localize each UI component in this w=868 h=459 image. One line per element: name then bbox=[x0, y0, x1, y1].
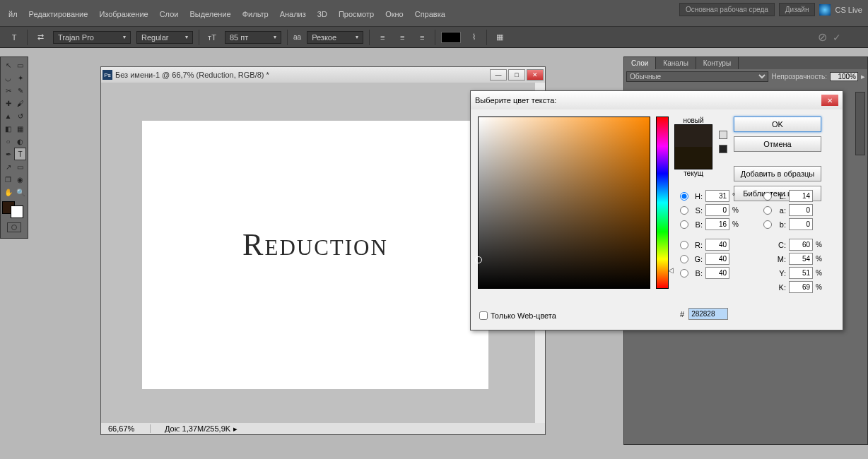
s-radio[interactable] bbox=[680, 206, 688, 215]
quick-mask-toggle[interactable] bbox=[7, 222, 21, 232]
a-field[interactable] bbox=[789, 204, 813, 216]
warp-text-icon[interactable]: ⌇ bbox=[467, 30, 481, 44]
font-size-field[interactable]: 85 пт▾ bbox=[225, 31, 281, 44]
path-tool[interactable]: ↗ bbox=[2, 160, 14, 173]
menu-help[interactable]: Справка bbox=[409, 8, 451, 20]
align-left-icon[interactable]: ≡ bbox=[375, 30, 389, 44]
color-swatches[interactable] bbox=[2, 201, 26, 218]
tab-channels[interactable]: Каналы bbox=[656, 57, 696, 69]
blur-tool[interactable]: ○ bbox=[2, 135, 14, 148]
hue-arrow[interactable]: ◁ bbox=[668, 266, 674, 274]
3d-camera-tool[interactable]: ◉ bbox=[14, 173, 26, 186]
r-field[interactable] bbox=[705, 239, 729, 251]
color-cursor[interactable] bbox=[475, 256, 482, 263]
menu-view[interactable]: Просмотр bbox=[333, 8, 380, 20]
menu-file[interactable]: йл bbox=[3, 8, 23, 20]
l-field[interactable] bbox=[789, 190, 813, 202]
h-field[interactable] bbox=[705, 190, 729, 202]
eyedropper-tool[interactable]: ✎ bbox=[14, 84, 26, 97]
websafe-warning-icon[interactable] bbox=[719, 145, 727, 153]
menu-window[interactable]: Окно bbox=[380, 8, 409, 20]
canvas[interactable]: Reduction bbox=[142, 121, 488, 389]
align-center-icon[interactable]: ≡ bbox=[395, 30, 409, 44]
zoom-level[interactable]: 66,67% bbox=[101, 424, 151, 433]
maximize-button[interactable]: □ bbox=[508, 69, 525, 81]
type-tool[interactable]: T bbox=[14, 148, 26, 160]
heal-tool[interactable]: ✚ bbox=[2, 97, 14, 109]
menu-select[interactable]: Выделение bbox=[184, 8, 236, 20]
3d-tool[interactable]: ❐ bbox=[2, 173, 14, 186]
hue-slider[interactable]: ◁ bbox=[656, 117, 669, 289]
c-field[interactable] bbox=[789, 239, 813, 251]
blend-mode-select[interactable]: Обычные bbox=[626, 71, 768, 82]
menu-layers[interactable]: Слои bbox=[154, 8, 184, 20]
tab-layers[interactable]: Слои bbox=[624, 57, 656, 69]
opacity-field[interactable]: 100% bbox=[830, 72, 858, 81]
g-field[interactable] bbox=[705, 253, 729, 265]
text-tool-preset-icon[interactable]: T bbox=[7, 30, 21, 44]
dialog-close-button[interactable]: ✕ bbox=[821, 95, 838, 106]
minimize-button[interactable]: — bbox=[490, 69, 507, 81]
cancel-button[interactable]: Отмена bbox=[734, 136, 821, 152]
hex-field[interactable] bbox=[688, 308, 728, 320]
lab-b-field[interactable] bbox=[789, 218, 813, 230]
text-orientation-icon[interactable]: ⇄ bbox=[33, 30, 47, 44]
antialias-field[interactable]: Резкое▾ bbox=[307, 31, 363, 44]
menu-3d[interactable]: 3D bbox=[312, 8, 333, 20]
hand-tool[interactable]: ✋ bbox=[2, 186, 14, 198]
cancel-edits-icon[interactable]: ⊘ bbox=[818, 30, 827, 44]
eraser-tool[interactable]: ◧ bbox=[2, 122, 14, 135]
wand-tool[interactable]: ✦ bbox=[14, 71, 26, 84]
r-radio[interactable] bbox=[680, 241, 688, 249]
menu-analysis[interactable]: Анализ bbox=[274, 8, 312, 20]
web-only-checkbox[interactable] bbox=[479, 311, 488, 320]
collapsed-panel-strip[interactable] bbox=[855, 92, 865, 155]
lab-b-radio[interactable] bbox=[763, 220, 772, 229]
menu-image[interactable]: Изображение bbox=[93, 8, 153, 20]
color-field[interactable] bbox=[478, 117, 650, 289]
a-radio[interactable] bbox=[763, 206, 772, 215]
bv-field[interactable] bbox=[705, 218, 729, 230]
text-color-swatch[interactable] bbox=[441, 32, 461, 43]
y-field[interactable] bbox=[789, 267, 813, 279]
font-style-field[interactable]: Regular▾ bbox=[136, 31, 193, 44]
brush-tool[interactable]: 🖌 bbox=[14, 97, 26, 109]
character-panel-icon[interactable]: ▦ bbox=[493, 30, 507, 44]
background-color[interactable] bbox=[11, 205, 23, 218]
g-radio[interactable] bbox=[680, 255, 688, 263]
m-field[interactable] bbox=[789, 253, 813, 265]
lasso-tool[interactable]: ◡ bbox=[2, 71, 14, 84]
b-field[interactable] bbox=[705, 267, 729, 279]
h-radio[interactable] bbox=[680, 192, 688, 201]
history-brush-tool[interactable]: ↺ bbox=[14, 109, 26, 122]
font-family-field[interactable]: Trajan Pro▾ bbox=[53, 31, 131, 44]
text-layer-content[interactable]: Reduction bbox=[142, 227, 488, 263]
crop-tool[interactable]: ✂ bbox=[2, 84, 14, 97]
zoom-tool[interactable]: 🔍 bbox=[14, 186, 26, 198]
l-radio[interactable] bbox=[763, 192, 772, 201]
b-radio[interactable] bbox=[680, 269, 688, 278]
cs-live-icon[interactable] bbox=[819, 4, 831, 16]
s-field[interactable] bbox=[705, 204, 729, 216]
dodge-tool[interactable]: ◐ bbox=[14, 135, 26, 148]
gradient-tool[interactable]: ▦ bbox=[14, 122, 26, 135]
workspace-design[interactable]: Дизайн bbox=[779, 3, 816, 16]
add-swatch-button[interactable]: Добавить в образцы bbox=[734, 166, 821, 181]
ok-button[interactable]: OK bbox=[734, 117, 821, 132]
move-tool[interactable]: ↖ bbox=[2, 59, 14, 71]
align-right-icon[interactable]: ≡ bbox=[415, 30, 429, 44]
marquee-tool[interactable]: ▭ bbox=[14, 59, 26, 71]
current-color-preview[interactable] bbox=[675, 147, 712, 169]
close-button[interactable]: ✕ bbox=[527, 69, 544, 81]
bv-radio[interactable] bbox=[680, 220, 688, 229]
pen-tool[interactable]: ✒ bbox=[2, 148, 14, 160]
shape-tool[interactable]: ▭ bbox=[14, 160, 26, 173]
gamut-warning-icon[interactable] bbox=[719, 131, 727, 139]
menu-filter[interactable]: Фильтр bbox=[237, 8, 274, 20]
commit-edits-icon[interactable]: ✓ bbox=[833, 32, 841, 43]
workspace-main[interactable]: Основная рабочая среда bbox=[679, 3, 775, 16]
tab-paths[interactable]: Контуры bbox=[696, 57, 739, 69]
menu-edit[interactable]: Редактирование bbox=[23, 8, 94, 20]
stamp-tool[interactable]: ▲ bbox=[2, 109, 14, 122]
k-field[interactable] bbox=[789, 281, 813, 293]
